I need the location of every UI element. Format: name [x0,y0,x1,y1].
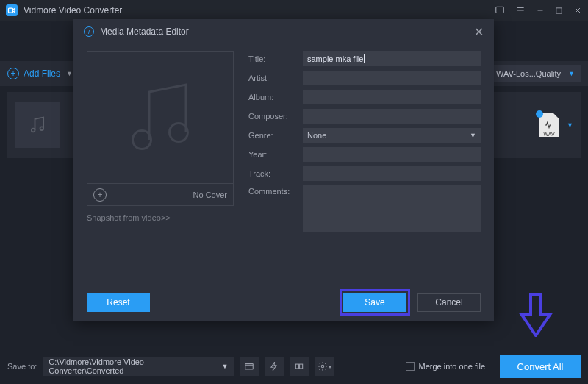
chevron-down-icon[interactable]: ▼ [567,121,573,129]
chevron-down-icon: ▼ [568,70,575,77]
svg-rect-7 [300,364,303,369]
reset-button[interactable]: Reset [87,293,150,312]
menu-icon[interactable] [515,5,526,15]
app-logo [6,4,18,16]
save-path-text: C:\Vidmore\Vidmore Video Converter\Conve… [49,358,214,375]
cancel-button[interactable]: Cancel [417,293,481,312]
svg-rect-0 [9,8,13,13]
album-label: Album: [248,93,295,102]
save-button[interactable]: Save [343,293,406,312]
add-files-label: Add Files [24,68,60,79]
svg-point-8 [321,365,324,368]
file-thumbnail [15,102,60,148]
wav-label: WAV [543,132,554,137]
settings-dot-icon [536,110,543,118]
format-label: WAV-Los...Quality [496,69,561,78]
chevron-down-icon: ▼ [66,70,73,77]
modal-close-button[interactable]: ✕ [474,25,484,39]
convert-all-button[interactable]: Convert All [500,355,581,378]
save-highlight: Save [340,289,410,316]
genre-select[interactable]: None ▼ [303,128,481,143]
arrow-annotation [519,293,553,337]
composer-input[interactable] [303,109,481,124]
svg-rect-2 [556,7,562,13]
save-to-label: Save to: [7,362,37,371]
open-folder-button[interactable] [240,357,259,376]
plus-icon: + [7,68,19,79]
minimize-icon[interactable] [536,6,545,15]
info-icon: i [84,26,94,37]
settings-button[interactable]: ▾ [315,357,334,376]
save-path-select[interactable]: C:\Vidmore\Vidmore Video Converter\Conve… [43,357,234,376]
track-input[interactable] [303,166,481,181]
modal-title: Media Metadata Editor [100,26,189,37]
high-speed-button[interactable] [290,357,309,376]
composer-label: Composer: [248,112,295,121]
titlebar: Vidmore Video Converter [0,0,588,21]
svg-point-4 [40,127,44,130]
year-label: Year: [248,150,295,159]
wav-format-icon[interactable]: WAV [539,113,559,137]
artist-input[interactable] [303,71,481,85]
metadata-editor-modal: i Media Metadata Editor ✕ + No Cover Sna… [74,19,494,321]
album-input[interactable] [303,90,481,104]
genre-value: None [307,131,326,140]
track-label: Track: [248,169,295,178]
metadata-form: Title: sample mka file Artist: Album: Co… [248,51,481,284]
add-cover-button[interactable]: + [93,188,107,202]
modal-header: i Media Metadata Editor ✕ [74,19,494,44]
chevron-down-icon: ▼ [221,363,228,370]
snapshot-link[interactable]: Snapshot from video>> [87,213,234,222]
maximize-icon[interactable] [555,7,563,15]
title-input[interactable]: sample mka file [303,51,481,66]
merge-checkbox[interactable]: Merge into one file [406,362,486,371]
svg-rect-5 [245,364,254,370]
year-input[interactable] [303,147,481,162]
no-cover-label: No Cover [193,191,227,199]
genre-label: Genre: [248,131,295,140]
feedback-icon[interactable] [495,5,505,15]
title-label: Title: [248,54,295,63]
svg-rect-6 [296,364,299,369]
comments-input[interactable] [303,185,481,232]
cover-preview [87,51,234,184]
artist-label: Artist: [248,74,295,82]
hardware-accel-button[interactable] [265,357,284,376]
chevron-down-icon: ▼ [470,132,476,139]
app-title: Vidmore Video Converter [24,5,489,15]
output-format-select[interactable]: WAV-Los...Quality ▼ [490,65,581,82]
close-icon[interactable] [573,6,582,15]
merge-label: Merge into one file [419,362,486,371]
add-files-button[interactable]: + Add Files ▼ [7,68,73,79]
convert-all-label: Convert All [517,361,564,372]
comments-label: Comments: [248,185,295,196]
svg-point-3 [32,129,35,132]
checkbox-icon [406,362,415,371]
bottombar: Save to: C:\Vidmore\Vidmore Video Conver… [0,349,588,384]
